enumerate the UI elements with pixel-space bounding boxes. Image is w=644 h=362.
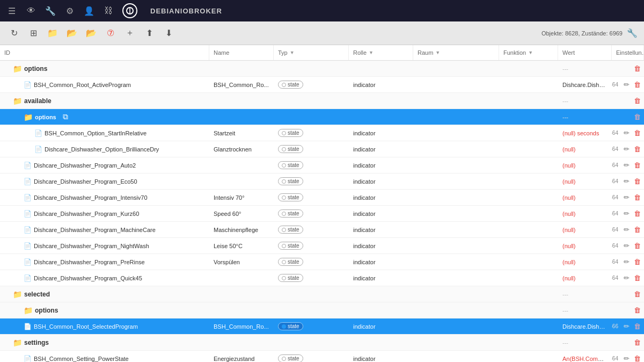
table-row[interactable]: 📁 options --- 🗑 [0,302,644,318]
header-funktion[interactable]: Funktion ▼ [499,45,558,60]
table-row[interactable]: 📄 Dishcare_Dishwasher_Program_PreRinse V… [0,254,644,270]
delete-button[interactable]: 🗑 [633,289,642,299]
table-row[interactable]: 📄 Dishcare_Dishwasher_Program_MachineCar… [0,222,644,238]
edit-button[interactable]: ✏ [623,144,631,154]
table-row[interactable]: 📁 selected --- 🗑 [0,286,644,302]
table-row[interactable]: 📄 BSH_Common_Root_ActiveProgram BSH_Comm… [0,77,644,93]
table-row[interactable]: 📄 Dishcare_Dishwasher_Program_Kurz60 Spe… [0,206,644,222]
header-id[interactable]: ID [0,45,209,60]
menu-icon[interactable]: ☰ [6,5,17,16]
edit-button[interactable]: ✏ [623,79,631,90]
file-icon: 📄 [24,258,32,266]
delete-button[interactable]: 🗑 [633,63,642,74]
copy-icon[interactable]: ⧉ [63,112,68,121]
folder-icon: 📁 [13,338,22,347]
table-row[interactable]: 📄 BSH_Common_Root_SelectedProgram BSH_Co… [0,318,644,335]
delete-button[interactable]: 🗑 [633,225,642,235]
table-row[interactable]: 📄 Dishcare_Dishwasher_Program_NightWash … [0,238,644,254]
edit-button[interactable]: ✏ [623,192,631,202]
stats-display: Objekte: 8628, Zustände: 6969 🔧 [541,28,638,38]
row-id-cell: 📁 options [0,62,209,75]
link-icon[interactable]: ⛓ [103,5,114,16]
delete-button[interactable]: 🗑 [633,79,642,90]
upload-button[interactable]: ⬆ [142,26,157,41]
file-icon: 📄 [24,81,32,89]
refresh-button[interactable]: ↻ [6,26,21,41]
folder-icon: 📁 [24,306,33,315]
delete-button[interactable]: 🗑 [633,321,642,331]
delete-button[interactable]: 🗑 [633,353,642,362]
settings-icon[interactable]: ⚙ [64,5,75,16]
folder-blue-icon: 📁 [24,113,33,121]
eye-icon[interactable]: 👁 [26,5,36,16]
table-row[interactable]: 📄 Dishcare_Dishwasher_Option_BrillianceD… [0,141,644,157]
settings-wrench-icon[interactable]: 🔧 [627,28,638,38]
typ-sort-icon: ▼ [290,50,295,55]
table-row[interactable]: 📄 BSH_Common_Option_StartInRelative Star… [0,125,644,141]
add-button[interactable]: ＋ [122,26,137,41]
edit-button[interactable]: ✏ [623,176,631,186]
header-wert[interactable]: Wert [558,45,612,60]
delete-button[interactable]: 🗑 [633,176,642,186]
folder-icon: 📁 [13,290,22,299]
edit-button[interactable]: ✏ [623,241,631,251]
table-row[interactable]: 📄 Dishcare_Dishwasher_Program_Eco50 stat… [0,173,644,190]
header-raum[interactable]: Raum ▼ [413,45,499,60]
badge-button[interactable]: ⑦ [103,26,118,41]
delete-button[interactable]: 🗑 [633,257,642,267]
edit-button[interactable]: ✏ [623,225,631,235]
row-id-cell: 📄 Dishcare_Dishwasher_Option_BrillianceD… [0,143,209,155]
delete-button[interactable]: 🗑 [633,208,642,219]
file-icon: 📄 [34,146,42,153]
funktion-sort-icon: ▼ [528,50,533,55]
row-id-cell: 📄 BSH_Common_Root_SelectedProgram [0,321,209,332]
download-button[interactable]: ⬇ [161,26,176,41]
edit-button[interactable]: ✏ [623,128,631,138]
row-id-cell: 📁 options ⧉ [0,110,209,124]
delete-button[interactable]: 🗑 [633,337,642,347]
folder-open-button[interactable]: 📂 [64,26,79,41]
table-row[interactable]: 📁 options --- 🗑 [0,61,644,77]
edit-button[interactable]: ✏ [623,353,631,362]
delete-button[interactable]: 🗑 [633,192,642,202]
raum-sort-icon: ▼ [435,50,440,55]
table-row[interactable]: 📄 Dishcare_Dishwasher_Program_Quick45 st… [0,270,644,286]
header-einstellungen[interactable]: Einstellun... [612,45,644,60]
file-icon: 📄 [34,129,42,137]
folder-blue-button[interactable]: 📂 [84,26,99,41]
file-icon: 📄 [24,323,32,330]
rolle-sort-icon: ▼ [369,50,374,55]
header-name[interactable]: Name [209,45,274,60]
delete-button[interactable]: 🗑 [633,144,642,154]
delete-button[interactable]: 🗑 [633,160,642,170]
header-rolle[interactable]: Rolle ▼ [349,45,413,60]
header-typ[interactable]: Typ ▼ [274,45,349,60]
wrench-icon[interactable]: 🔧 [45,5,56,16]
edit-button[interactable]: ✏ [623,257,631,267]
delete-button[interactable]: 🗑 [633,112,642,122]
delete-button[interactable]: 🗑 [633,273,642,283]
columns-button[interactable]: ⊞ [26,26,41,41]
table-row[interactable]: 📄 Dishcare_Dishwasher_Program_Auto2 stat… [0,157,644,173]
delete-button[interactable]: 🗑 [633,241,642,251]
delete-button[interactable]: 🗑 [633,96,642,106]
table-row[interactable]: 📄 Dishcare_Dishwasher_Program_Intensiv70… [0,190,644,206]
folder-icon: 📁 [13,64,22,73]
row-id-cell: 📄 Dishcare_Dishwasher_Program_PreRinse [0,256,209,268]
table-row[interactable]: 📁 available --- 🗑 [0,93,644,109]
folder-button[interactable]: 📁 [45,26,60,41]
row-id-cell: 📄 Dishcare_Dishwasher_Program_Kurz60 [0,208,209,220]
edit-button[interactable]: ✏ [623,321,631,331]
delete-button[interactable]: 🗑 [633,305,642,315]
edit-button[interactable]: ✏ [623,160,631,170]
user-icon[interactable]: 👤 [84,5,94,16]
edit-button[interactable]: ✏ [623,208,631,219]
table-row[interactable]: 📁 options ⧉ --- 🗑 [0,109,644,125]
table-row[interactable]: 📄 BSH_Common_Setting_PowerState Energiez… [0,351,644,362]
delete-button[interactable]: 🗑 [633,128,642,138]
file-icon: 📄 [24,355,32,363]
edit-button[interactable]: ✏ [623,273,631,283]
row-id-cell: 📄 Dishcare_Dishwasher_Program_Quick45 [0,272,209,284]
table-row[interactable]: 📁 settings --- 🗑 [0,335,644,351]
folder-icon: 📁 [13,97,22,105]
